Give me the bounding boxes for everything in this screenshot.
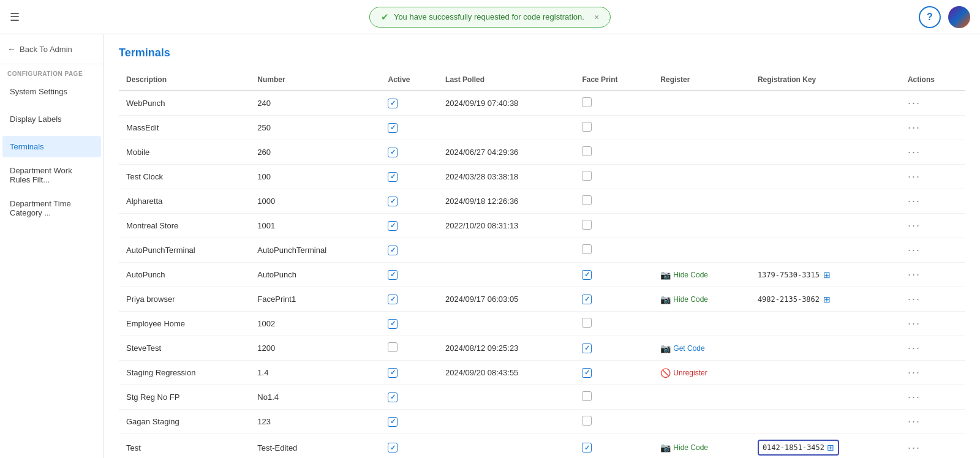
actions-menu-button[interactable]: ··· [908, 342, 921, 354]
help-button[interactable]: ? [919, 6, 941, 28]
face-print-checkbox[interactable] [582, 122, 592, 132]
sidebar-item-terminals[interactable]: Terminals [2, 136, 101, 157]
active-checkbox[interactable] [388, 197, 398, 206]
back-to-admin-button[interactable]: ← Back To Admin [0, 34, 104, 64]
hamburger-icon[interactable]: ☰ [10, 10, 20, 24]
actions-menu-button[interactable]: ··· [908, 195, 921, 207]
table-row: Priya browserFacePrint12024/09/17 06:03:… [119, 287, 965, 312]
cell-face-print [575, 91, 653, 116]
register-button[interactable]: 🚫Unregister [660, 368, 707, 378]
cell-face-print [575, 287, 653, 312]
cell-face-print [575, 189, 653, 214]
face-print-checkbox[interactable] [582, 220, 592, 230]
face-print-checkbox[interactable] [582, 146, 592, 156]
cell-active [380, 91, 438, 116]
terminals-table: Description Number Active Last Polled Fa… [119, 69, 965, 458]
actions-menu-button[interactable]: ··· [908, 219, 921, 231]
face-print-checkbox[interactable] [582, 368, 592, 378]
face-print-checkbox[interactable] [582, 391, 592, 401]
cell-registration-key [750, 189, 900, 214]
face-print-checkbox[interactable] [582, 344, 592, 353]
active-checkbox[interactable] [388, 392, 398, 402]
active-checkbox[interactable] [388, 123, 398, 133]
cell-registration-key [750, 91, 900, 116]
register-button[interactable]: 📷Hide Code [660, 443, 708, 452]
cell-description: AutoPunchTerminal [119, 238, 250, 263]
actions-menu-button[interactable]: ··· [908, 268, 921, 280]
active-checkbox[interactable] [388, 148, 398, 157]
sidebar-item-dept-time-category[interactable]: Department Time Category ... [2, 193, 101, 223]
cell-registration-key [750, 116, 900, 140]
cell-number: 1001 [250, 214, 380, 238]
actions-menu-button[interactable]: ··· [908, 317, 921, 329]
actions-menu-button[interactable]: ··· [908, 391, 921, 403]
actions-menu-button[interactable]: ··· [908, 121, 921, 133]
active-checkbox[interactable] [388, 417, 398, 427]
table-row: Montreal Store10012022/10/20 08:31:13··· [119, 214, 965, 238]
active-checkbox[interactable] [388, 443, 398, 452]
cell-actions: ··· [900, 312, 965, 336]
reg-key-value: 0142-1851-3452 [763, 443, 824, 452]
active-checkbox[interactable] [388, 246, 398, 255]
actions-menu-button[interactable]: ··· [908, 366, 921, 378]
actions-menu-button[interactable]: ··· [908, 244, 921, 256]
register-icon: 📷 [660, 295, 671, 304]
qr-icon[interactable]: ⊞ [827, 443, 834, 452]
face-print-checkbox[interactable] [582, 416, 592, 426]
sidebar-item-display-labels[interactable]: Display Labels [2, 108, 101, 130]
cell-description: AutoPunch [119, 263, 250, 287]
face-print-checkbox[interactable] [582, 295, 592, 304]
cell-actions: ··· [900, 410, 965, 434]
actions-menu-button[interactable]: ··· [908, 170, 921, 182]
face-print-checkbox[interactable] [582, 97, 592, 107]
active-checkbox[interactable] [388, 270, 398, 280]
actions-menu-button[interactable]: ··· [908, 441, 921, 454]
sidebar-item-system-settings[interactable]: System Settings [2, 81, 101, 102]
success-message: You have successfully requested for code… [394, 12, 584, 21]
cell-actions: ··· [900, 238, 965, 263]
cell-last-polled: 2022/10/20 08:31:13 [438, 214, 575, 238]
avatar[interactable] [948, 6, 970, 28]
actions-menu-button[interactable]: ··· [908, 293, 921, 305]
actions-menu-button[interactable]: ··· [908, 146, 921, 158]
qr-icon[interactable]: ⊞ [823, 295, 831, 304]
cell-register [653, 189, 750, 214]
cell-description: SteveTest [119, 336, 250, 361]
cell-active [380, 116, 438, 140]
cell-number: 250 [250, 116, 380, 140]
actions-menu-button[interactable]: ··· [908, 415, 921, 427]
face-print-checkbox[interactable] [582, 195, 592, 205]
face-print-checkbox[interactable] [582, 443, 592, 452]
active-checkbox[interactable] [388, 368, 398, 378]
register-button[interactable]: 📷Get Code [660, 344, 704, 353]
qr-icon[interactable]: ⊞ [823, 270, 831, 280]
cell-face-print [575, 361, 653, 385]
actions-menu-button[interactable]: ··· [908, 97, 921, 109]
sidebar: ← Back To Admin CONFIGURATION PAGE Syste… [0, 34, 104, 458]
active-checkbox[interactable] [388, 99, 398, 108]
cell-face-print [575, 434, 653, 459]
face-print-checkbox[interactable] [582, 244, 592, 254]
cell-registration-key [750, 336, 900, 361]
active-checkbox[interactable] [388, 319, 398, 329]
cell-last-polled [438, 238, 575, 263]
register-button[interactable]: 📷Hide Code [660, 295, 708, 304]
cell-active [380, 361, 438, 385]
cell-actions: ··· [900, 189, 965, 214]
face-print-checkbox[interactable] [582, 318, 592, 328]
register-label: Hide Code [673, 271, 708, 279]
active-checkbox[interactable] [388, 342, 398, 352]
cell-active [380, 312, 438, 336]
face-print-checkbox[interactable] [582, 171, 592, 181]
cell-register: 📷Hide Code [653, 263, 750, 287]
register-icon: 📷 [660, 270, 671, 280]
active-checkbox[interactable] [388, 221, 398, 231]
cell-registration-key: 1379-7530-3315⊞ [750, 263, 900, 287]
face-print-checkbox[interactable] [582, 270, 592, 280]
active-checkbox[interactable] [388, 172, 398, 182]
register-button[interactable]: 📷Hide Code [660, 270, 708, 280]
close-banner-button[interactable]: × [594, 12, 599, 22]
active-checkbox[interactable] [388, 295, 398, 304]
cell-number: 1.4 [250, 361, 380, 385]
sidebar-item-dept-work-rules[interactable]: Department Work Rules Filt... [2, 160, 101, 190]
